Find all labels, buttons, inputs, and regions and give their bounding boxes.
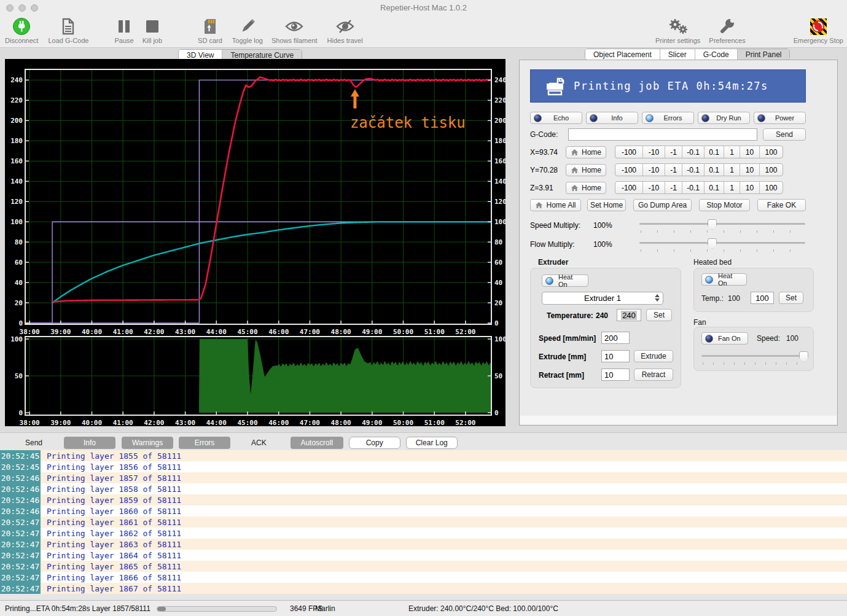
log-warnings-button[interactable]: Warnings — [122, 437, 173, 449]
extruder-speed-input[interactable]: 200 — [601, 332, 630, 344]
toggle-label: Echo — [547, 114, 576, 122]
jog-x-1[interactable]: 1 — [724, 146, 740, 158]
home-x-button[interactable]: Home — [566, 146, 606, 158]
log-message: Printing layer 1863 of 58111 — [47, 540, 181, 549]
heated-bed-section-title: Heated bed — [693, 258, 732, 267]
go-dump-area-button[interactable]: Go Dump Area — [633, 199, 692, 211]
jog-x-10[interactable]: 10 — [740, 146, 759, 158]
gcode-send-button[interactable]: Send — [763, 128, 806, 141]
fan-on-button[interactable]: Fan On — [701, 332, 748, 345]
log-send-button[interactable]: Send — [25, 439, 42, 447]
tab-print-panel[interactable]: Print Panel — [737, 49, 790, 60]
jog-z-100[interactable]: 100 — [759, 182, 783, 193]
fake-ok-button[interactable]: Fake OK — [757, 199, 806, 211]
jog-z--10[interactable]: -10 — [642, 182, 665, 193]
svg-text:42:00: 42:00 — [144, 328, 164, 336]
jog-y-0.1[interactable]: 0.1 — [704, 164, 724, 176]
hides-travel-button[interactable]: Hides travel — [327, 17, 363, 44]
disconnect-button[interactable]: Disconnect — [5, 17, 38, 44]
jog-x-0.1[interactable]: 0.1 — [704, 146, 724, 158]
bed-temp-input[interactable]: 100 — [751, 292, 774, 304]
log-timestamp: 20:52:47 — [0, 561, 41, 572]
bed-heat-on-button[interactable]: Heat On — [701, 273, 747, 286]
flow-multiply-slider-thumb[interactable] — [708, 238, 717, 249]
jog-y--0.1[interactable]: -0.1 — [682, 164, 704, 176]
fan-speed-slider[interactable] — [701, 351, 807, 364]
toggle-power[interactable]: Power — [754, 112, 806, 124]
axis-row-z: Z=3.91Home-100-10-1-0.10.1110100 — [530, 181, 806, 194]
fan-speed-slider-thumb[interactable] — [799, 351, 808, 362]
jog-y--10[interactable]: -10 — [642, 164, 665, 176]
svg-text:51:00: 51:00 — [424, 419, 445, 426]
extrude-button[interactable]: Extrude — [634, 350, 673, 362]
svg-text:120: 120 — [494, 198, 505, 206]
flow-multiply-slider[interactable] — [639, 238, 805, 251]
set-home-button[interactable]: Set Home — [587, 199, 626, 211]
log-errors-button[interactable]: Errors — [179, 437, 230, 449]
svg-text:38:00: 38:00 — [20, 419, 40, 426]
log-copy-button[interactable]: Copy — [349, 437, 400, 449]
extruder-heat-on-button[interactable]: Heat On — [542, 275, 588, 287]
bed-set-button[interactable]: Set — [779, 292, 803, 304]
printer-settings-button[interactable]: Printer settings — [655, 17, 700, 44]
extruder-temperature-input[interactable]: 240 — [617, 309, 641, 321]
jog-y-1[interactable]: 1 — [724, 164, 740, 176]
toggle-echo[interactable]: Echo — [530, 112, 582, 124]
home-z-button[interactable]: Home — [566, 182, 606, 194]
jog-x--100[interactable]: -100 — [615, 146, 642, 158]
home-all-button[interactable]: Home All — [530, 199, 581, 211]
extruder-section-title: Extruder — [538, 258, 568, 267]
speed-multiply-slider-thumb[interactable] — [708, 219, 717, 230]
pause-button[interactable]: Pause — [114, 17, 133, 44]
tab-object-placement[interactable]: Object Placement — [585, 49, 660, 60]
repetier-host-window: Repetier-Host Mac 1.0.2 Disconnect Load … — [0, 0, 847, 616]
log-ack-button[interactable]: ACK — [251, 439, 267, 447]
jog-y-100[interactable]: 100 — [759, 164, 783, 176]
jog-z--100[interactable]: -100 — [615, 182, 642, 193]
jog-z-1[interactable]: 1 — [724, 182, 740, 193]
retract-button[interactable]: Retract — [634, 368, 673, 381]
preferences-button[interactable]: Preferences — [709, 17, 745, 44]
gcode-input[interactable] — [568, 128, 757, 141]
speed-multiply-slider[interactable] — [639, 219, 805, 232]
retract-length-input[interactable]: 10 — [601, 368, 630, 381]
log-message: Printing layer 1866 of 58111 — [47, 573, 181, 582]
jog-z-0.1[interactable]: 0.1 — [704, 182, 724, 193]
jog-y--1[interactable]: -1 — [665, 164, 682, 176]
stop-motor-button[interactable]: Stop Motor — [699, 199, 750, 211]
svg-text:20: 20 — [15, 299, 23, 307]
tab-gcode[interactable]: G-Code — [695, 49, 737, 60]
heated-bed-group: Heat On Temp.: 100 100 Set — [693, 268, 814, 312]
toggle-log-button[interactable]: Toggle log — [232, 17, 263, 44]
jog-x--0.1[interactable]: -0.1 — [682, 146, 704, 158]
log-info-button[interactable]: Info — [64, 437, 115, 449]
extruder-selector[interactable]: Extruder 1 — [542, 292, 663, 305]
emergency-stop-button[interactable]: Emergency Stop — [794, 17, 843, 44]
jog-x--10[interactable]: -10 — [642, 146, 665, 158]
home-y-button[interactable]: Home — [566, 164, 606, 176]
log-timestamp: 20:52:45 — [0, 450, 41, 461]
toggle-info[interactable]: Info — [586, 112, 638, 124]
log-entry: 20:52:46Printing layer 1859 of 58111 — [0, 494, 847, 505]
svg-text:20: 20 — [494, 299, 502, 307]
tab-slicer[interactable]: Slicer — [660, 49, 695, 60]
shows-filament-button[interactable]: Shows filament — [271, 17, 318, 44]
led-icon — [534, 114, 542, 122]
log-autoscroll-button[interactable]: Autoscroll — [291, 437, 343, 449]
jog-z-10[interactable]: 10 — [740, 182, 759, 193]
kill-job-button[interactable]: Kill job — [142, 17, 162, 44]
jog-x--1[interactable]: -1 — [665, 146, 682, 158]
svg-text:39:00: 39:00 — [50, 419, 71, 426]
toggle-dry-run[interactable]: Dry Run — [698, 112, 750, 124]
log-clear-log-button[interactable]: Clear Log — [406, 437, 458, 449]
sd-card-button[interactable]: SD card — [198, 17, 222, 44]
jog-x-100[interactable]: 100 — [759, 146, 783, 158]
extruder-set-button[interactable]: Set — [646, 309, 672, 321]
jog-z--0.1[interactable]: -0.1 — [682, 182, 704, 193]
load-gcode-button[interactable]: Load G-Code — [48, 17, 88, 44]
jog-y--100[interactable]: -100 — [615, 164, 642, 176]
jog-z--1[interactable]: -1 — [665, 182, 682, 193]
jog-y-10[interactable]: 10 — [740, 164, 759, 176]
toggle-errors[interactable]: Errors — [642, 112, 694, 124]
extrude-length-input[interactable]: 10 — [601, 350, 630, 362]
